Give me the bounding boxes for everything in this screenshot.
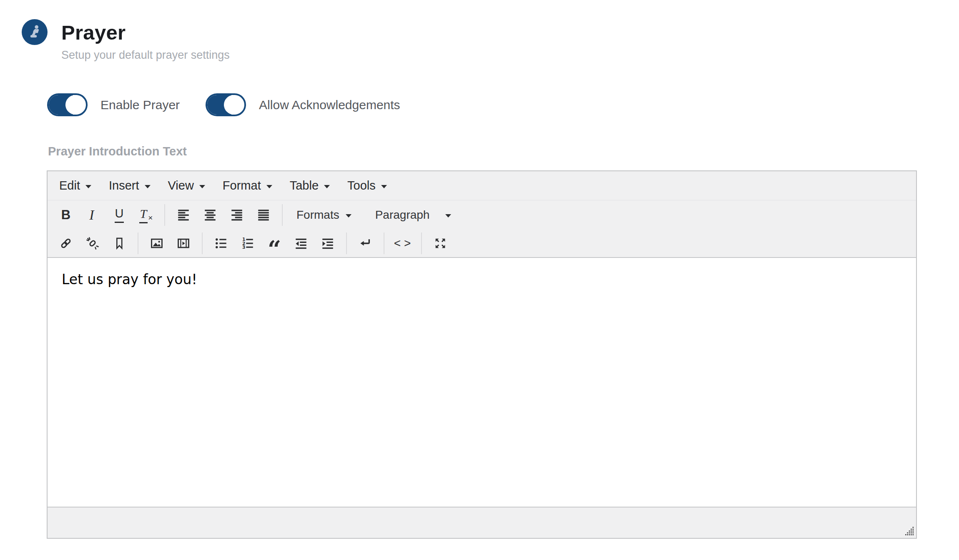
bullet-list-button[interactable] bbox=[209, 231, 233, 255]
toolbar-separator bbox=[282, 204, 283, 226]
bold-icon: B bbox=[61, 208, 70, 222]
editor-text: Let us pray for you! bbox=[62, 271, 902, 288]
toolbar-separator bbox=[384, 232, 384, 254]
page-title: Prayer bbox=[61, 21, 230, 44]
page-subtitle: Setup your default prayer settings bbox=[61, 49, 230, 62]
paragraph-dropdown[interactable]: Paragraph bbox=[368, 203, 459, 227]
bullet-list-icon bbox=[214, 236, 228, 250]
menu-edit-label: Edit bbox=[59, 179, 80, 192]
remove-format-icon: T× bbox=[139, 207, 153, 223]
rich-text-editor: Edit Insert View Format Table Tools bbox=[47, 170, 917, 539]
italic-icon: I bbox=[89, 207, 95, 223]
toggle-knob bbox=[65, 95, 85, 115]
align-center-icon bbox=[203, 208, 217, 222]
menu-insert[interactable]: Insert bbox=[100, 171, 159, 200]
fullscreen-icon bbox=[433, 236, 447, 250]
indent-icon bbox=[321, 236, 335, 250]
chevron-down-icon bbox=[145, 185, 151, 188]
chevron-down-icon bbox=[346, 214, 351, 218]
enable-prayer-toggle-group: Enable Prayer bbox=[47, 93, 180, 116]
blockquote-icon: “ bbox=[268, 235, 281, 252]
toolbar-row-2: 1 2 3 “ bbox=[48, 229, 916, 257]
unlink-button[interactable] bbox=[80, 231, 105, 255]
toolbar-separator bbox=[202, 232, 203, 254]
prayer-introduction-label: Prayer Introduction Text bbox=[48, 145, 959, 158]
allow-acknowledgements-label: Allow Acknowledgements bbox=[259, 98, 400, 112]
menu-format-label: Format bbox=[223, 179, 261, 192]
person-praying-icon bbox=[22, 19, 48, 45]
editor-toolbar: B I U T× bbox=[48, 200, 916, 258]
media-button[interactable] bbox=[171, 231, 196, 255]
menu-view-label: View bbox=[168, 179, 194, 192]
chevron-down-icon bbox=[324, 185, 330, 188]
menu-table-label: Table bbox=[290, 179, 319, 192]
menu-view[interactable]: View bbox=[159, 171, 214, 200]
align-justify-icon bbox=[256, 208, 271, 222]
toolbar-separator bbox=[346, 232, 347, 254]
chevron-down-icon bbox=[445, 214, 451, 218]
link-button[interactable] bbox=[54, 231, 78, 255]
chevron-down-icon bbox=[381, 185, 387, 188]
link-icon bbox=[59, 236, 73, 250]
bold-button[interactable]: B bbox=[54, 203, 78, 227]
media-icon bbox=[176, 236, 191, 250]
toggle-knob bbox=[224, 95, 244, 115]
toolbar-separator bbox=[421, 232, 422, 254]
toolbar-row-1: B I U T× bbox=[48, 200, 916, 229]
underline-icon: U bbox=[115, 207, 124, 223]
resize-grip-icon[interactable] bbox=[905, 527, 914, 536]
align-right-icon bbox=[230, 208, 244, 222]
anchor-button[interactable] bbox=[107, 231, 131, 255]
allow-acknowledgements-toggle-group: Allow Acknowledgements bbox=[206, 93, 400, 116]
formats-label: Formats bbox=[296, 208, 339, 222]
toolbar-separator bbox=[138, 232, 138, 254]
editor-menubar: Edit Insert View Format Table Tools bbox=[48, 171, 916, 200]
image-button[interactable] bbox=[145, 231, 169, 255]
indent-button[interactable] bbox=[316, 231, 340, 255]
formats-dropdown[interactable]: Formats bbox=[289, 203, 359, 227]
unlink-icon bbox=[85, 236, 100, 250]
menu-table[interactable]: Table bbox=[281, 171, 339, 200]
line-break-button[interactable] bbox=[353, 231, 377, 255]
align-left-icon bbox=[176, 208, 191, 222]
align-left-button[interactable] bbox=[171, 203, 196, 227]
remove-format-button[interactable]: T× bbox=[134, 203, 158, 227]
source-code-icon: <> bbox=[392, 237, 414, 250]
chevron-down-icon bbox=[266, 185, 272, 188]
numbered-list-button[interactable]: 1 2 3 bbox=[236, 231, 260, 255]
underline-button[interactable]: U bbox=[107, 203, 131, 227]
allow-acknowledgements-toggle[interactable] bbox=[206, 93, 246, 116]
menu-format[interactable]: Format bbox=[214, 171, 281, 200]
menu-tools[interactable]: Tools bbox=[339, 171, 396, 200]
enable-prayer-label: Enable Prayer bbox=[100, 98, 180, 112]
image-icon bbox=[150, 236, 164, 250]
enable-prayer-toggle[interactable] bbox=[47, 93, 88, 116]
source-code-button[interactable]: <> bbox=[391, 231, 415, 255]
menu-edit[interactable]: Edit bbox=[50, 171, 100, 200]
outdent-icon bbox=[294, 236, 308, 250]
prayer-settings-page: Prayer Setup your default prayer setting… bbox=[0, 19, 959, 539]
header-text: Prayer Setup your default prayer setting… bbox=[61, 19, 230, 62]
toolbar-separator bbox=[164, 204, 165, 226]
menu-tools-label: Tools bbox=[347, 179, 376, 192]
italic-button[interactable]: I bbox=[80, 203, 105, 227]
align-right-button[interactable] bbox=[225, 203, 249, 227]
editor-content-area[interactable]: Let us pray for you! bbox=[48, 258, 916, 507]
chevron-down-icon bbox=[199, 185, 205, 188]
blockquote-button[interactable]: “ bbox=[262, 231, 286, 255]
svg-text:3: 3 bbox=[242, 245, 245, 250]
menu-insert-label: Insert bbox=[109, 179, 139, 192]
fullscreen-button[interactable] bbox=[428, 231, 452, 255]
align-center-button[interactable] bbox=[198, 203, 222, 227]
chevron-down-icon bbox=[85, 185, 91, 188]
page-header: Prayer Setup your default prayer setting… bbox=[22, 19, 959, 62]
align-justify-button[interactable] bbox=[251, 203, 276, 227]
editor-statusbar bbox=[48, 507, 916, 538]
anchor-icon bbox=[112, 236, 126, 250]
toggles-row: Enable Prayer Allow Acknowledgements bbox=[47, 93, 959, 116]
line-break-icon bbox=[358, 236, 372, 250]
numbered-list-icon: 1 2 3 bbox=[241, 236, 255, 250]
outdent-button[interactable] bbox=[289, 231, 313, 255]
paragraph-label: Paragraph bbox=[375, 208, 430, 222]
